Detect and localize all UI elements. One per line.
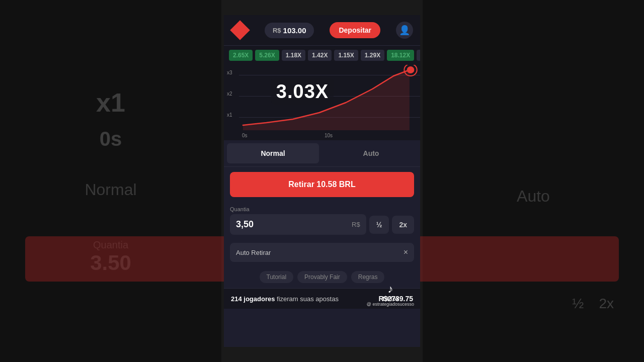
history-badge-5[interactable]: 1.29X xyxy=(361,50,384,61)
ghost-left-content: x1 0s Normal Quantia 3.50 xyxy=(0,0,221,362)
amount-currency-label: R$ xyxy=(352,221,360,228)
auto-retirar-label: Auto Retirar xyxy=(236,249,271,256)
tab-row: Normal Auto xyxy=(224,140,420,167)
players-count: 214 jogadores xyxy=(231,295,275,303)
app-panel: R$ 103.00 Depositar 👤 2.65X 5.26X 1.18X … xyxy=(224,15,420,347)
provably-fair-link[interactable]: Provably Fair xyxy=(297,271,347,283)
history-badge-0[interactable]: 2.65X xyxy=(229,50,253,61)
balance-box: R$ 103.00 xyxy=(265,23,314,38)
half-button[interactable]: ½ xyxy=(369,216,389,234)
auto-retirar-close[interactable]: × xyxy=(404,248,408,257)
chart-area: x3 x2 x1 0s 10s 3.03X xyxy=(224,65,420,140)
auto-row: Auto Retirar × xyxy=(230,243,414,262)
tiktok-text: TikTok xyxy=(382,296,399,302)
tutorial-link[interactable]: Tutorial xyxy=(260,271,294,283)
amount-section: Quantia 3,50 R$ ½ 2x xyxy=(224,202,420,239)
history-badge-1[interactable]: 5.26X xyxy=(255,50,279,61)
tiktok-badge: ♪ TikTok @ estrategiadosucesso xyxy=(367,283,414,307)
double-button[interactable]: 2x xyxy=(392,216,414,234)
ghost-2x: 2x xyxy=(599,296,614,312)
ghost-half: ½ xyxy=(572,296,584,312)
multiplier-display: 3.03X xyxy=(271,78,334,104)
svg-point-6 xyxy=(407,66,415,73)
logo-icon xyxy=(231,21,249,39)
players-suffix: fizeram suas apostas xyxy=(277,295,339,303)
deposit-button[interactable]: Depositar xyxy=(330,22,380,38)
auto-section: Auto Retirar × xyxy=(224,239,420,266)
ghost-right-bottom: ½ 2x xyxy=(572,296,614,312)
tab-auto[interactable]: Auto xyxy=(325,143,417,163)
history-badge-4[interactable]: 1.15X xyxy=(334,50,358,61)
logo-diamond xyxy=(230,20,250,40)
tiktok-handle: @ estrategiadosucesso xyxy=(367,302,414,307)
withdraw-button[interactable]: Retirar 10.58 BRL xyxy=(230,172,414,197)
history-badge-6[interactable]: 18.12X xyxy=(387,50,414,61)
history-badge-2[interactable]: 1.18X xyxy=(282,50,305,61)
ghost-auto: Auto xyxy=(517,187,550,206)
ghost-0s: 0s xyxy=(100,128,122,150)
amount-row: 3,50 R$ ½ 2x xyxy=(230,214,414,235)
amount-value: 3,50 xyxy=(236,219,254,230)
chart-icon-button[interactable] xyxy=(417,50,420,61)
ghost-x1: x1 xyxy=(96,87,125,118)
bg-right: Auto ½ 2x xyxy=(423,0,644,362)
bg-left: x1 0s Normal Quantia 3.50 xyxy=(0,0,221,362)
regras-link[interactable]: Regras xyxy=(351,271,385,283)
history-row: 2.65X 5.26X 1.18X 1.42X 1.15X 1.29X 18.1… xyxy=(224,46,420,65)
top-bar: R$ 103.00 Depositar 👤 xyxy=(224,15,420,46)
amount-input-box[interactable]: 3,50 R$ xyxy=(230,214,366,235)
amount-label: Quantia xyxy=(230,206,414,212)
players-text: 214 jogadores fizeram suas apostas xyxy=(231,295,339,303)
balance-currency: R$ xyxy=(273,27,281,34)
user-icon[interactable]: 👤 xyxy=(396,22,413,39)
tiktok-icon: ♪ xyxy=(387,283,393,296)
history-badge-3[interactable]: 1.42X xyxy=(308,50,332,61)
tab-normal[interactable]: Normal xyxy=(227,143,319,163)
balance-amount: 103.00 xyxy=(283,26,306,35)
ghost-normal: Normal xyxy=(85,180,136,199)
